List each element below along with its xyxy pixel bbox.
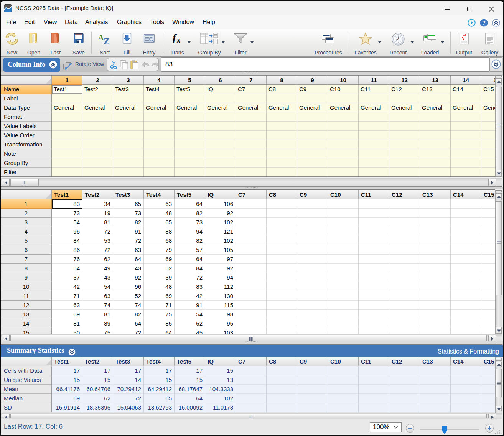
- svg-text:A: A: [98, 33, 104, 42]
- svg-text:?: ?: [482, 20, 486, 26]
- svg-text:Z: Z: [104, 36, 110, 45]
- svg-text:x: x: [176, 36, 180, 44]
